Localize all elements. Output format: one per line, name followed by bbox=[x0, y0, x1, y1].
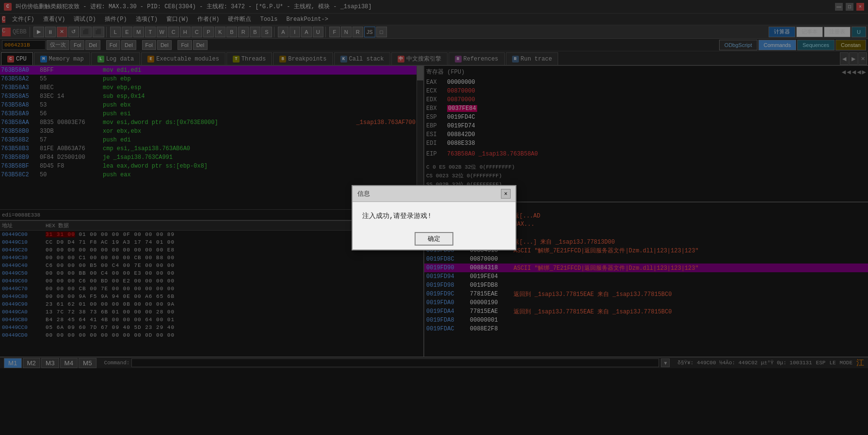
info-dialog: 信息 × 注入成功,请登录游戏! 确定 bbox=[352, 185, 516, 250]
modal-close-button[interactable]: × bbox=[501, 189, 511, 199]
modal-footer: 确定 bbox=[353, 228, 515, 249]
modal-message: 注入成功,请登录游戏! bbox=[362, 212, 506, 220]
modal-title-bar: 信息 × bbox=[353, 186, 515, 202]
modal-ok-button[interactable]: 确定 bbox=[415, 232, 453, 246]
modal-overlay[interactable]: 信息 × 注入成功,请登录游戏! 确定 bbox=[0, 0, 868, 435]
modal-content: 注入成功,请登录游戏! bbox=[353, 202, 515, 228]
modal-title-text: 信息 bbox=[357, 189, 370, 198]
